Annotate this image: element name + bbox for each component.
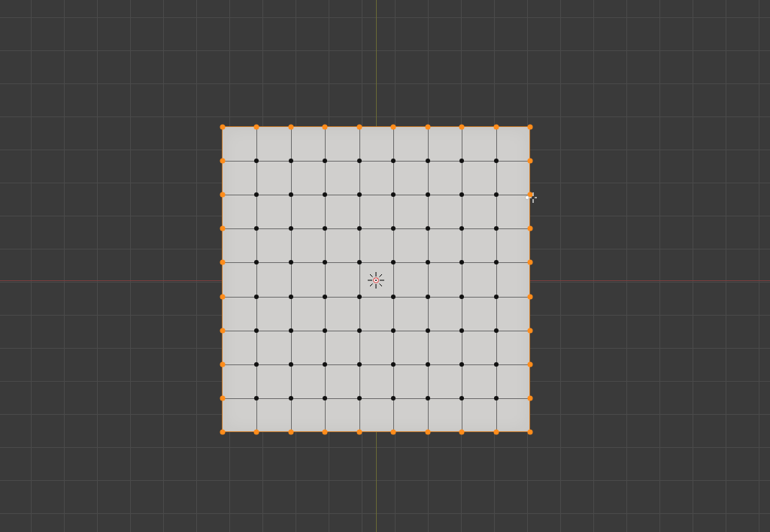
vertex-unselected[interactable] (323, 396, 327, 401)
mesh-edge[interactable] (428, 127, 429, 432)
mesh-edge[interactable] (223, 161, 530, 162)
vertex-unselected[interactable] (254, 192, 259, 197)
vertex-unselected[interactable] (459, 192, 464, 197)
vertex-selected[interactable] (254, 430, 259, 435)
vertex-selected[interactable] (493, 430, 499, 435)
vertex-unselected[interactable] (289, 396, 293, 401)
vertex-selected[interactable] (528, 192, 533, 198)
vertex-unselected[interactable] (289, 192, 293, 197)
vertex-unselected[interactable] (254, 328, 259, 333)
vertex-unselected[interactable] (459, 159, 464, 163)
mesh-edge[interactable] (223, 262, 530, 263)
vertex-unselected[interactable] (494, 192, 499, 197)
vertex-unselected[interactable] (254, 396, 259, 401)
vertex-unselected[interactable] (494, 159, 499, 163)
vertex-unselected[interactable] (426, 226, 430, 231)
vertex-selected[interactable] (220, 159, 226, 164)
vertex-unselected[interactable] (289, 159, 293, 163)
mesh-edge[interactable] (223, 364, 530, 365)
mesh-edge[interactable] (325, 127, 326, 432)
vertex-selected[interactable] (528, 328, 533, 333)
vertex-unselected[interactable] (357, 192, 362, 197)
vertex-selected[interactable] (528, 294, 533, 299)
vertex-unselected[interactable] (391, 226, 396, 231)
vertex-selected[interactable] (528, 125, 533, 130)
vertex-unselected[interactable] (254, 362, 259, 367)
vertex-unselected[interactable] (323, 159, 327, 163)
vertex-selected[interactable] (254, 125, 259, 130)
mesh-edge[interactable] (496, 127, 497, 432)
vertex-selected[interactable] (528, 430, 533, 435)
vertex-unselected[interactable] (494, 362, 499, 367)
vertex-unselected[interactable] (254, 159, 259, 163)
vertex-unselected[interactable] (254, 260, 259, 264)
vertex-unselected[interactable] (494, 396, 499, 401)
vertex-unselected[interactable] (357, 295, 362, 299)
vertex-unselected[interactable] (459, 295, 464, 299)
vertex-unselected[interactable] (391, 396, 396, 401)
vertex-unselected[interactable] (323, 295, 327, 299)
vertex-selected[interactable] (528, 395, 533, 401)
mesh-edge[interactable] (256, 127, 257, 432)
vertex-selected[interactable] (459, 125, 465, 130)
vertex-selected[interactable] (220, 125, 226, 130)
vertex-selected[interactable] (528, 361, 533, 367)
vertex-selected[interactable] (425, 430, 430, 435)
vertex-unselected[interactable] (391, 362, 396, 367)
vertex-selected[interactable] (220, 395, 226, 401)
vertex-unselected[interactable] (357, 260, 362, 264)
vertex-selected[interactable] (356, 430, 362, 435)
vertex-unselected[interactable] (494, 226, 499, 231)
vertex-unselected[interactable] (323, 362, 327, 367)
vertex-unselected[interactable] (391, 192, 396, 197)
vertex-selected[interactable] (288, 125, 293, 130)
mesh-edge[interactable] (291, 127, 292, 432)
mesh-edge[interactable] (223, 228, 530, 229)
vertex-unselected[interactable] (494, 328, 499, 333)
vertex-unselected[interactable] (289, 260, 293, 264)
vertex-unselected[interactable] (391, 328, 396, 333)
vertex-unselected[interactable] (391, 260, 396, 264)
vertex-selected[interactable] (391, 430, 396, 435)
vertex-unselected[interactable] (459, 226, 464, 231)
vertex-selected[interactable] (220, 361, 226, 367)
vertex-unselected[interactable] (426, 396, 430, 401)
mesh-plane[interactable] (223, 127, 530, 432)
vertex-unselected[interactable] (459, 260, 464, 264)
vertex-selected[interactable] (528, 260, 533, 265)
vertex-unselected[interactable] (426, 295, 430, 299)
vertex-selected[interactable] (356, 125, 362, 130)
vertex-unselected[interactable] (426, 159, 430, 163)
mesh-edge[interactable] (462, 127, 462, 432)
vertex-unselected[interactable] (426, 328, 430, 333)
vertex-unselected[interactable] (459, 328, 464, 333)
vertex-unselected[interactable] (289, 226, 293, 231)
vertex-unselected[interactable] (289, 362, 293, 367)
vertex-selected[interactable] (220, 328, 226, 333)
vertex-selected[interactable] (220, 192, 226, 198)
vertex-unselected[interactable] (357, 328, 362, 333)
vertex-selected[interactable] (220, 294, 226, 299)
vertex-unselected[interactable] (357, 159, 362, 163)
vertex-unselected[interactable] (494, 295, 499, 299)
vertex-selected[interactable] (323, 430, 328, 435)
mesh-edge[interactable] (223, 331, 530, 331)
vertex-unselected[interactable] (357, 226, 362, 231)
vertex-selected[interactable] (459, 430, 465, 435)
mesh-edge[interactable] (223, 398, 530, 399)
vertex-unselected[interactable] (426, 260, 430, 264)
vertex-unselected[interactable] (391, 295, 396, 299)
mesh-edge[interactable] (223, 195, 530, 195)
vertex-unselected[interactable] (426, 192, 430, 197)
vertex-unselected[interactable] (254, 295, 259, 299)
vertex-selected[interactable] (493, 125, 499, 130)
vertex-selected[interactable] (288, 430, 293, 435)
vertex-selected[interactable] (425, 125, 430, 130)
vertex-selected[interactable] (391, 125, 396, 130)
vertex-selected[interactable] (323, 125, 328, 130)
mesh-edge[interactable] (393, 127, 394, 432)
vertex-unselected[interactable] (357, 396, 362, 401)
vertex-unselected[interactable] (357, 362, 362, 367)
vertex-unselected[interactable] (391, 159, 396, 163)
vertex-selected[interactable] (528, 226, 533, 231)
